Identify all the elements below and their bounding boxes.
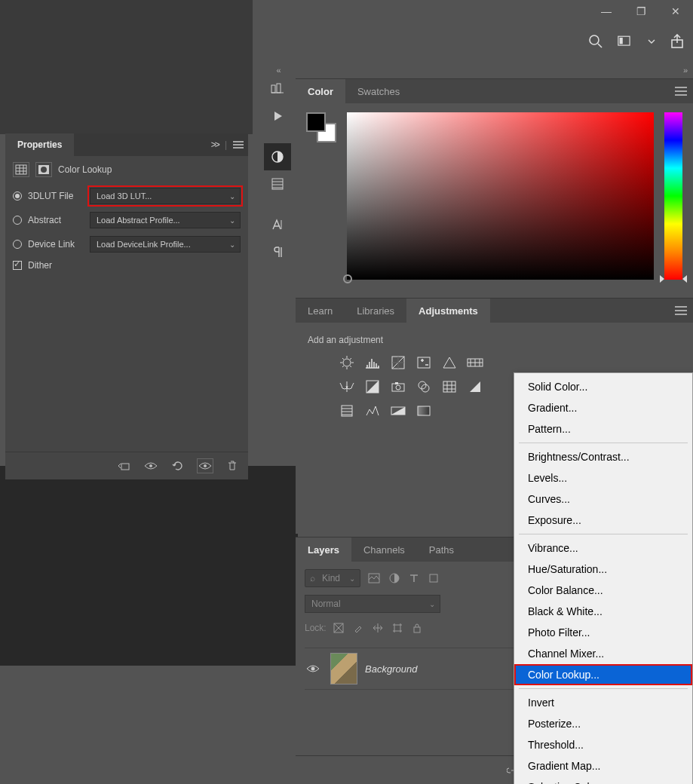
dock-collapse-icon[interactable] [264, 65, 291, 75]
menu-item[interactable]: Channel Mixer... [514, 643, 692, 664]
actions-panel-icon[interactable] [264, 103, 291, 130]
blend-mode-select[interactable]: Normal [305, 595, 440, 613]
menu-item[interactable]: Solid Color... [514, 376, 692, 397]
lock-all-icon[interactable] [411, 622, 423, 634]
menu-item[interactable]: Selective Color... [514, 776, 692, 784]
select-3dlut[interactable]: Load 3D LUT... [90, 188, 241, 204]
search-icon[interactable] [587, 33, 604, 50]
gradient-map-icon[interactable] [389, 403, 407, 419]
menu-item[interactable]: Hue/Saturation... [514, 559, 692, 580]
lock-paint-icon[interactable] [352, 622, 364, 634]
hue-slider[interactable] [664, 112, 682, 280]
levels-icon[interactable] [363, 354, 382, 371]
channel-mixer-icon[interactable] [415, 378, 433, 395]
menu-item[interactable]: Threshold... [514, 734, 692, 755]
tab-swatches[interactable]: Swatches [345, 79, 412, 103]
menu-item[interactable]: Levels... [514, 467, 692, 488]
character-panel-icon[interactable] [264, 211, 291, 238]
menu-item[interactable]: Invert [514, 692, 692, 713]
tab-channels[interactable]: Channels [351, 537, 417, 562]
exposure-icon[interactable] [415, 354, 433, 371]
menu-item[interactable]: Pattern... [514, 418, 692, 439]
menu-item[interactable]: Vibrance... [514, 537, 692, 559]
menu-item-color-lookup[interactable]: Color Lookup... [514, 664, 692, 685]
color-field[interactable] [347, 112, 654, 280]
history-panel-icon[interactable] [264, 75, 291, 103]
tab-adjustments[interactable]: Adjustments [406, 299, 490, 323]
tab-layers[interactable]: Layers [296, 537, 351, 562]
menu-item[interactable]: Gradient Map... [514, 755, 692, 776]
select-abstract[interactable]: Load Abstract Profile... [90, 212, 241, 228]
minimize-button[interactable]: — [589, 0, 624, 23]
foreground-color-swatch[interactable] [306, 112, 326, 132]
document-mode-icon[interactable] [618, 33, 634, 50]
svg-point-0 [590, 35, 599, 44]
menu-item[interactable]: Color Balance... [514, 580, 692, 601]
chevron-down-icon[interactable] [648, 33, 655, 50]
threshold-icon[interactable] [363, 403, 382, 419]
layer-name[interactable]: Background [365, 663, 417, 675]
tab-properties[interactable]: Properties [5, 133, 74, 156]
select-devicelink[interactable]: Load DeviceLink Profile... [90, 236, 241, 253]
panel-menu-icon[interactable] [669, 79, 693, 103]
adjustment-dock-icon[interactable] [264, 143, 291, 170]
curves-icon[interactable] [389, 354, 407, 371]
radio-devicelink[interactable] [13, 240, 22, 249]
filter-type-icon[interactable] [409, 573, 419, 583]
filter-adjustment-icon[interactable] [389, 573, 400, 583]
panel-collapse-double-chevron-icon[interactable]: >> [211, 139, 219, 150]
svg-point-31 [311, 667, 315, 671]
lock-position-icon[interactable] [372, 622, 384, 634]
color-panel: Color Swatches [296, 78, 693, 295]
styles-dock-icon[interactable] [264, 170, 291, 198]
toggle-visibility-icon[interactable] [197, 458, 213, 473]
layer-visibility-icon[interactable] [306, 664, 323, 673]
right-panel-collapse-icon[interactable] [296, 65, 693, 75]
panel-menu-icon[interactable] [669, 299, 693, 323]
color-lookup-icon[interactable] [440, 378, 458, 395]
menu-separator [519, 443, 688, 443]
layer-thumbnail[interactable] [330, 653, 357, 684]
color-balance-icon[interactable] [338, 378, 356, 395]
menu-item[interactable]: Curves... [514, 488, 692, 510]
menu-item[interactable]: Brightness/Contrast... [514, 446, 692, 467]
menu-item[interactable]: Black & White... [514, 601, 692, 622]
close-button[interactable]: ✕ [658, 0, 693, 23]
photo-filter-icon[interactable] [389, 378, 407, 395]
filter-shape-icon[interactable] [428, 573, 439, 583]
radio-3dlut[interactable] [13, 191, 22, 201]
menu-item[interactable]: Photo Filter... [514, 622, 692, 643]
menu-item[interactable]: Gradient... [514, 397, 692, 418]
tab-learn[interactable]: Learn [296, 299, 345, 323]
clip-to-layer-icon[interactable] [115, 458, 132, 473]
lock-transparent-icon[interactable] [333, 622, 345, 634]
vibrance-icon[interactable] [440, 354, 458, 371]
tab-libraries[interactable]: Libraries [345, 299, 406, 323]
brightness-contrast-icon[interactable] [338, 354, 356, 371]
selective-color-icon[interactable] [415, 403, 433, 419]
hue-saturation-icon[interactable] [466, 354, 484, 371]
menu-item[interactable]: Exposure... [514, 510, 692, 531]
lock-artboard-icon[interactable] [391, 622, 403, 634]
paragraph-panel-icon[interactable] [264, 238, 291, 265]
layer-filter-kind-select[interactable]: Kind [305, 569, 360, 587]
menu-item[interactable]: Posterize... [514, 713, 692, 734]
new-adjustment-layer-menu: Solid Color... Gradient... Pattern... Br… [514, 372, 693, 784]
properties-panel: Properties >> | Color Lookup 3DLUT File … [5, 133, 248, 479]
radio-abstract[interactable] [13, 216, 22, 225]
panel-menu-icon[interactable] [233, 141, 244, 149]
black-white-icon[interactable] [363, 378, 382, 395]
svg-rect-5 [271, 85, 275, 93]
delete-adjustment-icon[interactable] [224, 458, 241, 473]
filter-pixel-icon[interactable] [368, 573, 380, 583]
view-previous-state-icon[interactable] [143, 458, 159, 473]
share-icon[interactable] [669, 33, 685, 50]
tab-paths[interactable]: Paths [417, 537, 466, 562]
maximize-button[interactable]: ❐ [624, 0, 658, 23]
invert-icon[interactable] [466, 378, 484, 395]
reset-icon[interactable] [170, 458, 186, 473]
foreground-background-swatch[interactable] [306, 112, 336, 142]
tab-color[interactable]: Color [296, 79, 345, 103]
checkbox-dither[interactable] [13, 261, 22, 270]
posterize-icon[interactable] [338, 403, 356, 419]
